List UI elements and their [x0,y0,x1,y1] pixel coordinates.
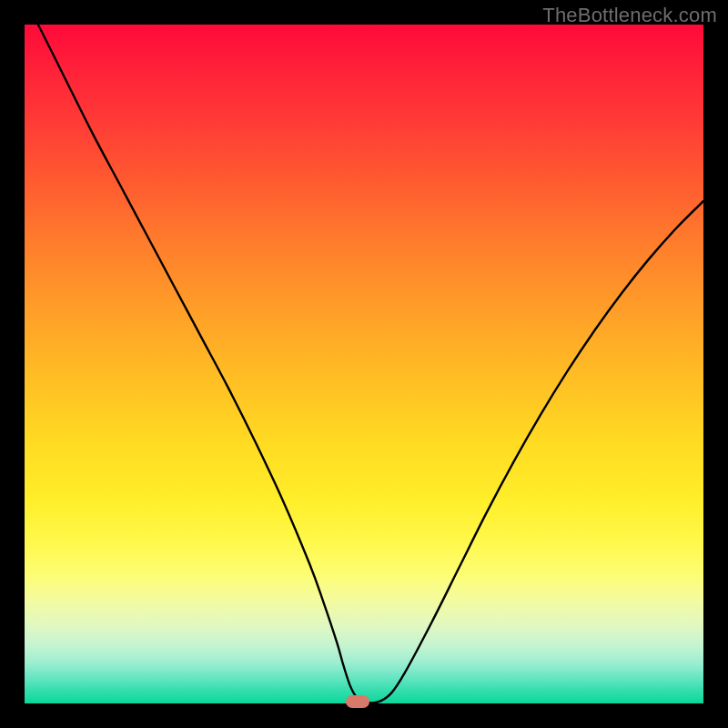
optimal-marker [346,695,369,708]
watermark-text: TheBottleneck.com [542,4,717,27]
chart-frame: TheBottleneck.com [0,0,728,728]
plot-area [25,25,703,703]
bottleneck-curve [38,25,703,703]
curve-svg [25,25,703,703]
